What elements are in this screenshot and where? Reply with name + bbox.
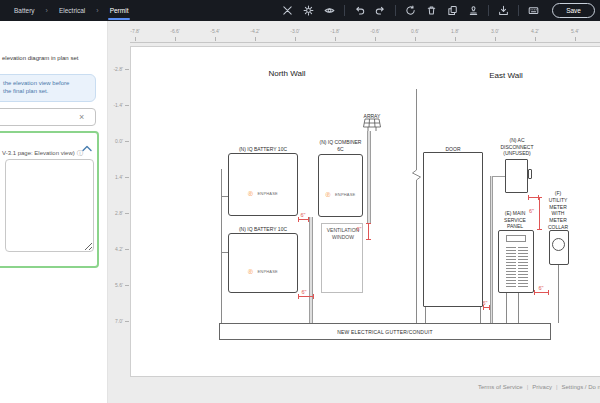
v-ruler-tick bbox=[125, 141, 129, 142]
comment-panel-title: V-3.1 page: Elevation view)ⓘ bbox=[2, 149, 83, 158]
h-ruler-label: 0.6' bbox=[411, 28, 419, 34]
stamp-icon[interactable] bbox=[467, 4, 480, 17]
h-ruler-tick bbox=[255, 37, 256, 41]
dimension-line bbox=[534, 292, 549, 293]
toolbar: Save bbox=[281, 3, 600, 18]
vertical-ruler: -2.8'-1.4'0.0'1.4'2.8'4.2'5.6'7.0' bbox=[108, 21, 130, 403]
drawing-page: North Wall East Wall (N) IQ BATTERY 10C … bbox=[130, 46, 600, 377]
dimension-label: 6" bbox=[295, 289, 313, 295]
fullscreen-icon[interactable] bbox=[281, 4, 294, 17]
v-ruler-label: 5.6' bbox=[108, 282, 123, 288]
comment-panel: V-3.1 page: Elevation view)ⓘ bbox=[0, 131, 99, 268]
save-button[interactable]: Save bbox=[552, 3, 595, 18]
door-drop-line bbox=[480, 307, 481, 323]
download-icon[interactable] bbox=[497, 4, 510, 17]
v-ruler-tick bbox=[125, 249, 129, 250]
utility-meter-label: (F) UTILITY METER WITH METER COLLAR bbox=[538, 190, 578, 231]
info-callout-line1: the elevation view before bbox=[3, 79, 95, 87]
door-box bbox=[423, 152, 483, 307]
h-ruler-tick bbox=[295, 37, 296, 41]
h-ruler-tick bbox=[495, 37, 496, 41]
h-ruler-label: -7.8' bbox=[130, 28, 140, 34]
h-ruler-tick bbox=[535, 37, 536, 41]
redo-icon[interactable] bbox=[374, 4, 387, 17]
battery-mount-bracket bbox=[221, 252, 228, 253]
dimension-label: 6" bbox=[294, 212, 312, 218]
v-ruler-label: 0.0' bbox=[108, 138, 123, 144]
v-ruler-label: -2.8' bbox=[108, 66, 123, 72]
meter-dial bbox=[552, 238, 565, 251]
h-ruler-label: 5.4' bbox=[571, 28, 579, 34]
h-ruler-label: -4.2' bbox=[250, 28, 260, 34]
pv-array-symbol bbox=[362, 118, 382, 132]
battery-mount-bracket bbox=[221, 196, 228, 197]
chevron-up-icon[interactable] bbox=[82, 138, 92, 156]
h-ruler-tick bbox=[455, 37, 456, 41]
dimension-label: 6" bbox=[526, 208, 537, 214]
enphase-logo: ⓔ ENPHASE bbox=[229, 259, 297, 277]
h-ruler-tick bbox=[135, 37, 136, 41]
chevron-right-icon: › bbox=[46, 7, 48, 14]
chevron-right-icon: › bbox=[96, 7, 98, 14]
door-drop-line bbox=[425, 307, 426, 323]
v-ruler-tick bbox=[125, 105, 129, 106]
enphase-logo: ⓔ ENPHASE bbox=[229, 181, 297, 199]
h-ruler-label: 1.8' bbox=[451, 28, 459, 34]
privacy-link[interactable]: Privacy bbox=[532, 384, 552, 390]
breadcrumb-permit-active[interactable]: Permit bbox=[110, 7, 129, 14]
comment-textarea[interactable] bbox=[5, 159, 94, 252]
dimension-line bbox=[298, 219, 309, 220]
keyboard-shortcuts-icon[interactable] bbox=[527, 4, 540, 17]
h-ruler-label: 4.2' bbox=[531, 28, 539, 34]
visibility-eye-icon[interactable] bbox=[323, 4, 336, 17]
h-ruler-tick bbox=[215, 37, 216, 41]
duplicate-copy-icon[interactable] bbox=[446, 4, 459, 17]
info-callout: the elevation view before the final plan… bbox=[0, 74, 96, 102]
disconnect-conduit-stub bbox=[492, 176, 505, 177]
dimension-line bbox=[539, 197, 540, 230]
h-ruler-label: -5.4' bbox=[210, 28, 220, 34]
ac-disconnect-handle bbox=[528, 169, 532, 179]
info-callout-line2: the final plan set. bbox=[3, 87, 95, 95]
dimension-line bbox=[483, 307, 490, 308]
combiner-label: (N) IQ COMBINER 6C bbox=[318, 139, 363, 152]
panel-drop-conduit bbox=[506, 293, 507, 323]
toolbar-divider bbox=[518, 5, 519, 16]
battery1-box: ⓔ ENPHASE bbox=[228, 153, 298, 216]
east-wall-line bbox=[416, 183, 417, 323]
dimension-line bbox=[368, 223, 369, 240]
h-ruler-label: -3.0' bbox=[290, 28, 300, 34]
breadcrumb-battery[interactable]: Battery bbox=[14, 7, 35, 14]
v-ruler-tick bbox=[125, 213, 129, 214]
dimension-label: 6" bbox=[353, 226, 365, 232]
terms-link[interactable]: Terms of Service bbox=[478, 384, 523, 390]
battery1-label: (N) IQ BATTERY 10C bbox=[228, 146, 298, 153]
ac-disconnect-box bbox=[505, 159, 528, 193]
v-ruler-tick bbox=[125, 177, 129, 178]
clear-x-icon[interactable]: × bbox=[79, 111, 84, 123]
east-wall-title: East Wall bbox=[466, 71, 546, 80]
v-ruler-tick bbox=[125, 285, 129, 286]
enphase-mark-icon: ⓔ bbox=[248, 268, 253, 274]
v-ruler-label: 4.2' bbox=[108, 246, 123, 252]
h-ruler-label: -0.6' bbox=[370, 28, 380, 34]
v-ruler-label: 2.8' bbox=[108, 210, 123, 216]
ventilation-window-box: VENTILATION WINDOW bbox=[321, 223, 363, 293]
v-ruler-tick bbox=[125, 321, 129, 322]
refresh-icon[interactable] bbox=[404, 4, 417, 17]
left-sidebar: elevation diagram in plan set the elevat… bbox=[0, 21, 108, 403]
v-ruler-label: 7.0' bbox=[108, 318, 123, 324]
toolbar-divider bbox=[488, 5, 489, 16]
comment-title-text: V-3.1 page: Elevation view) bbox=[2, 150, 75, 156]
settings-gear-icon[interactable] bbox=[302, 4, 315, 17]
undo-icon[interactable] bbox=[353, 4, 366, 17]
trash-icon[interactable] bbox=[425, 4, 438, 17]
h-ruler-tick bbox=[175, 37, 176, 41]
footer-separator: | bbox=[527, 384, 529, 390]
enphase-mark-icon: ⓔ bbox=[248, 190, 253, 196]
breadcrumb-electrical[interactable]: Electrical bbox=[59, 7, 85, 14]
north-wall-line bbox=[221, 169, 222, 323]
info-icon: ⓘ bbox=[77, 150, 83, 156]
v-ruler-label: 1.4' bbox=[108, 174, 123, 180]
settings-do-not-sell-link[interactable]: Settings / Do not sell bbox=[561, 384, 600, 390]
